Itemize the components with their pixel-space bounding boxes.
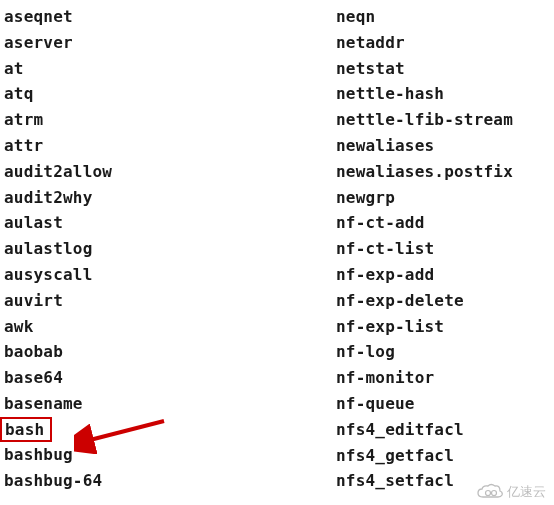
list-item: baobab — [4, 339, 336, 365]
list-item: aseqnet — [4, 4, 336, 30]
svg-point-2 — [486, 491, 491, 496]
list-item: bashbug — [4, 442, 336, 468]
list-item: basename — [4, 391, 336, 417]
list-item: neqn — [336, 4, 513, 30]
list-item: base64 — [4, 365, 336, 391]
list-item: nf-monitor — [336, 365, 513, 391]
list-item: aulast — [4, 210, 336, 236]
list-item: netstat — [336, 56, 513, 82]
watermark: 亿速云 — [475, 483, 546, 501]
list-item: attr — [4, 133, 336, 159]
list-item: aserver — [4, 30, 336, 56]
list-item: ausyscall — [4, 262, 336, 288]
list-item: awk — [4, 314, 336, 340]
list-item: nf-ct-add — [336, 210, 513, 236]
list-item: audit2allow — [4, 159, 336, 185]
right-column: neqn netaddr netstat nettle-hash nettle-… — [336, 4, 513, 494]
list-item: atrm — [4, 107, 336, 133]
list-item: at — [4, 56, 336, 82]
list-item: newaliases.postfix — [336, 159, 513, 185]
list-item: newaliases — [336, 133, 513, 159]
list-item-highlighted: bash — [0, 417, 52, 442]
command-list-container: aseqnet aserver at atq atrm attr audit2a… — [0, 0, 554, 494]
list-item: auvirt — [4, 288, 336, 314]
list-item: aulastlog — [4, 236, 336, 262]
list-item: nf-log — [336, 339, 513, 365]
list-item: bashbug-64 — [4, 468, 336, 494]
list-item: newgrp — [336, 185, 513, 211]
list-item: nf-queue — [336, 391, 513, 417]
list-item: nettle-hash — [336, 81, 513, 107]
watermark-text: 亿速云 — [507, 483, 546, 501]
cloud-icon — [475, 483, 505, 501]
list-item: nfs4_getfacl — [336, 443, 513, 469]
list-item: nf-exp-add — [336, 262, 513, 288]
list-item: nf-exp-delete — [336, 288, 513, 314]
list-item: nf-ct-list — [336, 236, 513, 262]
list-item: netaddr — [336, 30, 513, 56]
list-item: nfs4_editfacl — [336, 417, 513, 443]
list-item: nettle-lfib-stream — [336, 107, 513, 133]
svg-point-3 — [492, 491, 497, 496]
list-item: nf-exp-list — [336, 314, 513, 340]
left-column: aseqnet aserver at atq atrm attr audit2a… — [0, 4, 336, 494]
list-item: audit2why — [4, 185, 336, 211]
list-item: atq — [4, 81, 336, 107]
